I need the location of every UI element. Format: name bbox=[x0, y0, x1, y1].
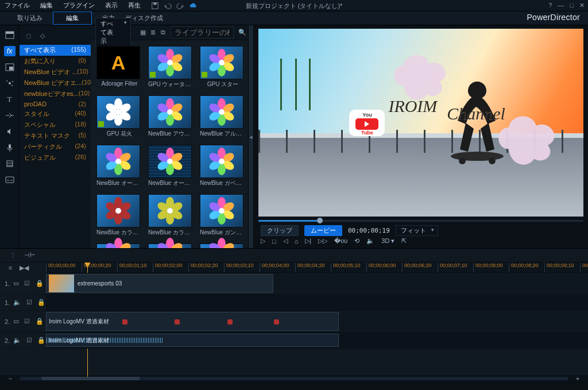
clip-mode-button[interactable]: クリップ bbox=[261, 225, 299, 236]
undo-icon[interactable] bbox=[164, 2, 172, 10]
effect-thumbnail[interactable] bbox=[200, 244, 246, 248]
close-icon[interactable]: ✕ bbox=[579, 2, 585, 9]
svg-point-14 bbox=[459, 157, 466, 164]
next-frame-icon[interactable]: ▷| bbox=[305, 237, 311, 245]
panel-collapse-handle[interactable]: ◂ bbox=[248, 25, 254, 248]
category-item[interactable]: NewBlue ビデオ ...(10) bbox=[20, 67, 91, 78]
media-room-icon[interactable] bbox=[4, 30, 16, 40]
library-search-input[interactable] bbox=[171, 26, 234, 38]
chapter-room-icon[interactable] bbox=[4, 159, 16, 169]
category-item[interactable]: テキスト マスク(5) bbox=[20, 130, 91, 141]
preview-canvas[interactable]: You Tube IROIM Channel bbox=[258, 29, 583, 217]
minimize-icon[interactable]: — bbox=[558, 2, 564, 9]
effect-thumbnail[interactable]: GPU ウォーターフォール bbox=[148, 46, 194, 95]
stop-icon[interactable]: □ bbox=[272, 238, 276, 245]
popout-icon[interactable]: ⇱ bbox=[401, 237, 407, 245]
transition-room-icon[interactable] bbox=[4, 110, 16, 121]
thumbnail-grid: AAdorage FilterGPU ウォーターフォールGPU スターGPU 花… bbox=[91, 40, 251, 248]
menu-edit[interactable]: 編集 bbox=[38, 0, 55, 11]
effect-thumbnail[interactable]: NewBlue アルファ ブ... bbox=[200, 95, 246, 145]
subtitle-room-icon[interactable] bbox=[4, 175, 16, 185]
list-view-icon[interactable]: ≣ bbox=[150, 28, 156, 37]
marker-icon[interactable]: ▶◀ bbox=[20, 263, 29, 272]
clip-extremesports[interactable]: extremesports 03 bbox=[46, 274, 273, 293]
audio-room-icon[interactable] bbox=[4, 126, 16, 137]
split-icon[interactable]: ⊣⊢ bbox=[25, 251, 34, 260]
maximize-icon[interactable]: □ bbox=[570, 2, 574, 9]
drop-icon[interactable]: ◇ bbox=[38, 31, 47, 40]
speaker-icon: 🔈 bbox=[13, 337, 21, 344]
category-item[interactable]: proDAD(2) bbox=[20, 99, 91, 109]
timecode-display[interactable]: 00;00;00;19 bbox=[348, 227, 390, 234]
tab-import[interactable]: 取り込み bbox=[17, 14, 42, 22]
track-lock-icon[interactable]: 🔒 bbox=[35, 279, 44, 288]
category-item[interactable]: すべて表示(155) bbox=[20, 45, 91, 56]
timeline-scrollbar[interactable]: − + bbox=[0, 375, 588, 382]
clip-logomv-audio[interactable]: Iroim LogoMV 透過素材 bbox=[46, 334, 339, 347]
effect-thumbnail[interactable]: GPU 花火 bbox=[96, 95, 142, 145]
zoom-in-icon[interactable]: + bbox=[573, 374, 582, 383]
effect-thumbnail[interactable]: NewBlue ガベージマット bbox=[200, 145, 246, 194]
effect-thumbnail[interactable]: NewBlue アウトライン bbox=[148, 95, 194, 145]
track-lock-icon[interactable]: 🔒 bbox=[37, 336, 46, 345]
zoom-out-icon[interactable]: − bbox=[6, 374, 15, 383]
clip-logomv-video[interactable]: Iroim LogoMV 透過素材 bbox=[46, 312, 339, 331]
effect-thumbnail[interactable]: NewBlue オート パン bbox=[96, 145, 142, 194]
grid-view-icon[interactable]: ▦ bbox=[140, 28, 146, 37]
timeline-ruler[interactable]: 00;00;00;0000;00;00;2000;00;01;1000;00;0… bbox=[46, 262, 588, 273]
track-visible-icon[interactable]: ☑ bbox=[25, 298, 33, 307]
cloud-icon[interactable] bbox=[189, 2, 197, 10]
category-item[interactable]: NewBlue ビデオエ...(10) bbox=[20, 78, 91, 88]
effect-thumbnail[interactable] bbox=[148, 244, 194, 248]
category-item[interactable]: スタイル(40) bbox=[20, 109, 91, 119]
track-list-icon[interactable]: ≡ bbox=[6, 263, 15, 272]
fx-room-icon[interactable]: fx bbox=[4, 46, 16, 56]
menu-view[interactable]: 表示 bbox=[103, 0, 120, 11]
home-icon[interactable]: ⌂ bbox=[295, 238, 299, 245]
movie-mode-button[interactable]: ムービー bbox=[304, 225, 342, 236]
particle-room-icon[interactable] bbox=[4, 78, 16, 88]
category-item[interactable]: newblueビデオes...(10) bbox=[20, 88, 91, 99]
effect-thumbnail[interactable]: AAdorage Filter bbox=[96, 46, 142, 95]
loop-icon[interactable]: ⟲ bbox=[354, 237, 359, 245]
3d-button[interactable]: 3D ▾ bbox=[381, 237, 394, 245]
menu-plugin[interactable]: プラグイン bbox=[61, 0, 97, 11]
tab-edit[interactable]: 編集 bbox=[53, 11, 92, 25]
search-icon[interactable]: 🔍 bbox=[238, 28, 246, 37]
sort-icon[interactable]: ⧉ bbox=[161, 28, 166, 37]
mode-toolbar: 取り込み 編集 出力 ディスク作成 bbox=[0, 11, 588, 25]
category-item[interactable]: お気に入り(0) bbox=[20, 56, 91, 67]
lasso-icon[interactable]: ◌ bbox=[24, 31, 33, 40]
timeline-menu-icon[interactable]: ⋮ bbox=[8, 251, 17, 260]
category-item[interactable]: ビジュアル(26) bbox=[20, 152, 91, 163]
fast-forward-icon[interactable]: ▷▷ bbox=[318, 237, 327, 245]
prev-frame-icon[interactable]: ◁ bbox=[283, 237, 288, 245]
voice-room-icon[interactable] bbox=[4, 142, 16, 153]
help-icon[interactable]: ? bbox=[548, 2, 552, 9]
effect-thumbnail[interactable]: NewBlue カラー フィク... bbox=[148, 194, 194, 244]
track-lock-icon[interactable]: 🔒 bbox=[37, 298, 46, 307]
preview-scrubber[interactable] bbox=[258, 217, 583, 225]
snapshot-icon[interactable]: �ου bbox=[334, 237, 347, 245]
fit-dropdown[interactable]: フィット bbox=[396, 225, 438, 236]
category-item[interactable]: パーティクル(24) bbox=[20, 141, 91, 152]
pip-room-icon[interactable] bbox=[4, 62, 16, 72]
menu-file[interactable]: ファイル bbox=[2, 0, 32, 11]
title-room-icon[interactable]: T bbox=[4, 94, 16, 105]
track-visible-icon[interactable]: ☑ bbox=[22, 317, 32, 326]
filter-dropdown[interactable]: すべて表示 bbox=[95, 18, 131, 47]
play-icon[interactable]: ▷ bbox=[261, 237, 265, 245]
effect-thumbnail[interactable]: NewBlue ガンマ コレ... bbox=[200, 194, 246, 244]
track-lock-icon[interactable]: 🔒 bbox=[35, 317, 44, 326]
effect-thumbnail[interactable]: GPU スター bbox=[200, 46, 246, 95]
menu-play[interactable]: 再生 bbox=[126, 0, 143, 11]
volume-icon[interactable]: 🔈 bbox=[366, 237, 374, 245]
effect-thumbnail[interactable]: NewBlue オールド TV bbox=[148, 145, 194, 194]
redo-icon[interactable] bbox=[176, 2, 184, 10]
category-item[interactable]: スペシャル(18) bbox=[20, 119, 91, 130]
track-visible-icon[interactable]: ☑ bbox=[22, 279, 32, 288]
save-icon[interactable] bbox=[151, 2, 159, 10]
effect-thumbnail[interactable] bbox=[96, 244, 142, 248]
effect-thumbnail[interactable]: NewBlue カラー フィク... bbox=[96, 194, 142, 244]
track-visible-icon[interactable]: ☑ bbox=[25, 336, 33, 345]
